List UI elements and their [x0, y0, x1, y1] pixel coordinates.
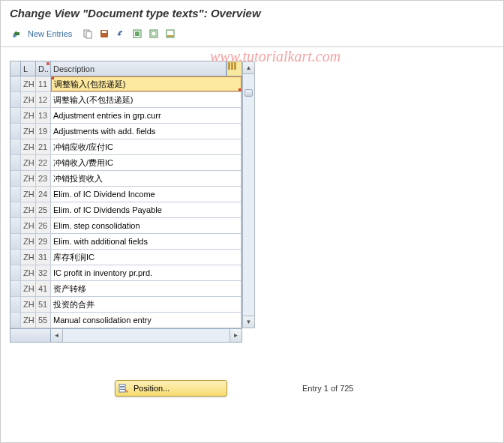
col-selector[interactable] — [10, 61, 21, 76]
horizontal-scrollbar[interactable]: ◄ ► — [51, 329, 242, 342]
row-selector[interactable] — [10, 171, 21, 186]
svg-rect-12 — [231, 62, 233, 70]
cell-description[interactable]: Adjustment entries in grp.curr — [51, 108, 242, 123]
undo-icon[interactable] — [114, 27, 128, 40]
cell-l: ZH — [21, 155, 36, 170]
row-selector[interactable] — [10, 297, 21, 312]
table-row[interactable]: ZH11调整输入(包括递延) — [10, 76, 242, 92]
save-icon[interactable] — [98, 27, 111, 40]
table-row[interactable]: ZH24Elim. of IC Dividend Income — [10, 187, 242, 202]
row-selector[interactable] — [10, 250, 21, 265]
col-description[interactable]: Description — [51, 61, 226, 76]
scroll-thumb[interactable] — [244, 89, 253, 97]
scroll-down-icon[interactable]: ▼ — [243, 316, 254, 328]
toggle-icon[interactable] — [10, 27, 23, 40]
row-selector[interactable] — [10, 313, 21, 328]
table-row[interactable]: ZH26Elim. step consolidation — [10, 218, 242, 234]
deselect-all-icon[interactable] — [147, 27, 160, 40]
scroll-up-icon[interactable]: ▲ — [243, 62, 254, 74]
cell-l: ZH — [21, 234, 36, 249]
row-selector[interactable] — [10, 281, 21, 296]
table-row[interactable]: ZH13Adjustment entries in grp.curr — [10, 108, 242, 124]
cell-d: 51 — [36, 297, 51, 312]
table-row[interactable]: ZH25Elim. of IC Dividends Payable — [10, 202, 242, 218]
data-table: L D.. Description ZH11调整输入(包括递延)ZH12调整输入… — [10, 61, 242, 343]
copy-icon[interactable] — [81, 27, 94, 40]
table-row[interactable]: ZH19Adjustments with add. fields — [10, 124, 242, 139]
cell-d: 24 — [36, 187, 51, 202]
row-selector[interactable] — [10, 124, 21, 139]
cell-d: 29 — [36, 234, 51, 249]
cell-d: 41 — [36, 281, 51, 296]
col-l[interactable]: L — [21, 61, 36, 76]
table-row[interactable]: ZH31库存利润IC — [10, 250, 242, 265]
cell-description[interactable]: Elim. of IC Dividends Payable — [51, 202, 242, 217]
cell-l: ZH — [21, 218, 36, 233]
row-selector[interactable] — [10, 187, 21, 202]
cell-d: 23 — [36, 171, 51, 186]
cell-description[interactable]: Elim. with additional fields — [51, 234, 242, 249]
cell-l: ZH — [21, 124, 36, 139]
cell-description[interactable]: Elim. step consolidation — [51, 218, 242, 233]
svg-rect-17 — [120, 389, 124, 390]
print-icon[interactable] — [164, 27, 177, 40]
table-header: L D.. Description — [10, 61, 242, 76]
cell-description[interactable]: Manual consolidation entry — [51, 313, 242, 328]
table-row[interactable]: ZH22冲销收入/费用IC — [10, 155, 242, 171]
cell-l: ZH — [21, 187, 36, 202]
row-selector[interactable] — [10, 218, 21, 233]
row-selector[interactable] — [10, 76, 21, 91]
svg-rect-8 — [152, 31, 156, 36]
toolbar: New Entries — [1, 24, 503, 47]
svg-rect-11 — [228, 62, 230, 70]
select-all-icon[interactable] — [130, 27, 144, 40]
svg-rect-10 — [167, 35, 173, 37]
position-label: Position... — [134, 384, 170, 393]
vertical-scrollbar[interactable]: ▲ ▼ — [242, 61, 255, 328]
cell-description[interactable]: 调整输入(不包括递延) — [51, 92, 242, 107]
new-entries-button[interactable]: New Entries — [28, 29, 72, 38]
cell-description[interactable]: 冲销投资收入 — [51, 171, 242, 186]
col-d[interactable]: D.. — [36, 61, 51, 76]
cell-d: 13 — [36, 108, 51, 123]
cell-l: ZH — [21, 92, 36, 107]
cell-description[interactable]: 冲销收入/费用IC — [51, 155, 242, 170]
cell-description[interactable]: 资产转移 — [51, 281, 242, 296]
cell-description[interactable]: 投资的合并 — [51, 297, 242, 312]
entry-count: Entry 1 of 725 — [302, 384, 354, 393]
position-button[interactable]: Position... — [115, 380, 227, 397]
cell-l: ZH — [21, 108, 36, 123]
row-selector[interactable] — [10, 108, 21, 123]
cell-l: ZH — [21, 313, 36, 328]
svg-point-0 — [13, 34, 16, 37]
cell-description[interactable]: Adjustments with add. fields — [51, 124, 242, 139]
cell-description[interactable]: 库存利润IC — [51, 250, 242, 265]
cell-description[interactable]: IC profit in inventory pr.prd. — [51, 265, 242, 280]
row-selector[interactable] — [10, 202, 21, 217]
table-row[interactable]: ZH55Manual consolidation entry — [10, 313, 242, 328]
cell-l: ZH — [21, 281, 36, 296]
cell-l: ZH — [21, 171, 36, 186]
cell-l: ZH — [21, 76, 36, 91]
cell-d: 26 — [36, 218, 51, 233]
table-config-icon[interactable] — [226, 61, 242, 76]
row-selector[interactable] — [10, 155, 21, 170]
scroll-right-icon[interactable]: ► — [230, 329, 242, 342]
table-row[interactable]: ZH23冲销投资收入 — [10, 171, 242, 187]
table-row[interactable]: ZH12调整输入(不包括递延) — [10, 92, 242, 108]
cell-description[interactable]: Elim. of IC Dividend Income — [51, 187, 242, 202]
row-selector[interactable] — [10, 234, 21, 249]
scroll-left-icon[interactable]: ◄ — [51, 329, 63, 342]
table-row[interactable]: ZH51投资的合并 — [10, 297, 242, 313]
cell-description[interactable]: 调整输入(包括递延) — [51, 76, 242, 91]
table-row[interactable]: ZH32IC profit in inventory pr.prd. — [10, 265, 242, 281]
row-selector[interactable] — [10, 92, 21, 107]
table-row[interactable]: ZH41资产转移 — [10, 281, 242, 297]
row-selector[interactable] — [10, 265, 21, 280]
cell-d: 32 — [36, 265, 51, 280]
table-row[interactable]: ZH21冲销应收/应付IC — [10, 139, 242, 155]
table-row[interactable]: ZH29Elim. with additional fields — [10, 234, 242, 250]
row-selector[interactable] — [10, 139, 21, 154]
cell-description[interactable]: 冲销应收/应付IC — [51, 139, 242, 154]
cell-d: 11 — [36, 76, 51, 91]
